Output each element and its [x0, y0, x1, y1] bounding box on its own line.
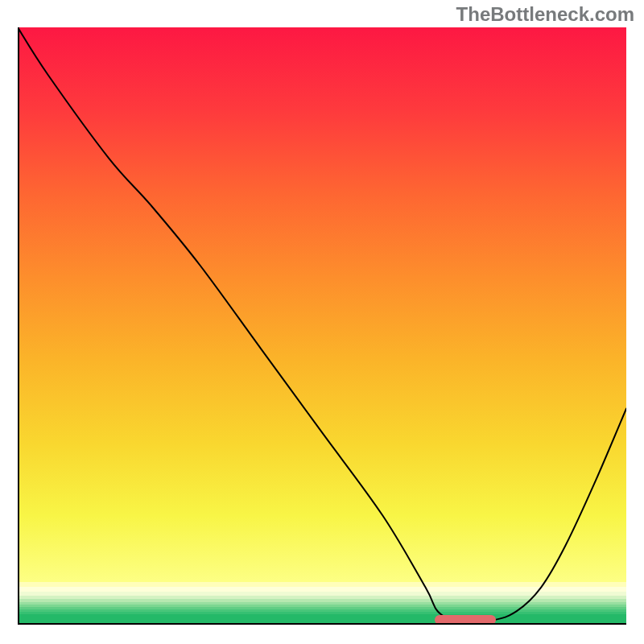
background-gradient	[18, 27, 626, 582]
plot-area	[18, 27, 626, 623]
watermark-text: TheBottleneck.com	[456, 3, 634, 26]
optimal-range-marker	[435, 615, 496, 623]
plot-container	[18, 27, 626, 636]
background-band	[18, 614, 626, 623]
x-axis-line	[18, 623, 626, 625]
y-axis-line	[18, 27, 19, 625]
